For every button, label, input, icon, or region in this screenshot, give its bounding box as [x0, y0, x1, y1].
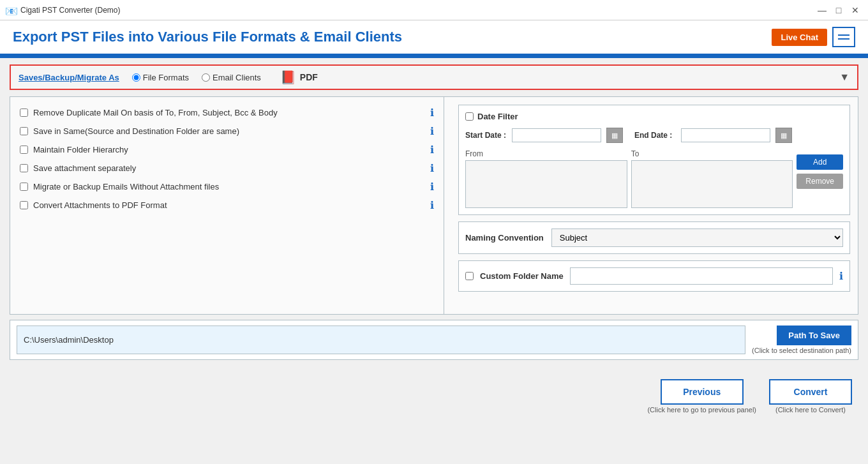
custom-folder-label: Custom Folder Name: [480, 271, 564, 281]
naming-convention-section: Naming Convention Subject Date From To: [458, 221, 850, 254]
date-filter-header: Date Filter: [465, 112, 843, 121]
start-date-calendar-button[interactable]: ▦: [606, 128, 623, 143]
menu-line: [838, 34, 849, 36]
folder-hierarchy-label: Maintain Folder Hierarchy: [33, 145, 425, 154]
two-column-layout: Remove Duplicate Mail On basis of To, Fr…: [10, 96, 858, 315]
path-save-column: Path To Save (Click to select destinatio…: [752, 326, 851, 354]
duplicate-mail-checkbox[interactable]: [20, 109, 28, 117]
live-chat-button[interactable]: Live Chat: [772, 29, 827, 46]
date-row: Start Date : ▦ End Date : ▦: [465, 128, 843, 143]
from-column: From: [465, 149, 627, 208]
maximize-button[interactable]: □: [831, 4, 846, 17]
remove-button[interactable]: Remove: [797, 174, 843, 189]
custom-folder-section: Custom Folder Name ℹ: [458, 260, 850, 292]
custom-folder-checkbox[interactable]: [465, 272, 474, 280]
convert-button[interactable]: Convert: [769, 379, 852, 405]
info-icon-4[interactable]: ℹ: [430, 162, 434, 174]
header-actions: Live Chat: [772, 27, 855, 47]
format-dropdown-container: 📕 PDF PST MSG EML ▼: [280, 70, 849, 85]
convert-attachments-label: Convert Attachments to PDF Format: [33, 200, 425, 210]
from-to-wrapper: From To Add Remove: [465, 149, 843, 208]
convert-btn-group: Convert (Click here to Convert): [769, 379, 852, 414]
duplicate-mail-label: Remove Duplicate Mail On basis of To, Fr…: [33, 108, 425, 117]
naming-convention-select[interactable]: Subject Date From To: [551, 228, 843, 247]
title-bar: 📧 Cigati PST Converter (Demo) — □ ✕: [0, 0, 868, 20]
end-date-label: End Date :: [634, 131, 676, 140]
format-select[interactable]: PDF PST MSG EML: [300, 72, 839, 82]
add-button[interactable]: Add: [797, 154, 843, 170]
convert-button-hint: (Click here to Convert): [775, 406, 846, 414]
radio-group: File Formats Email Clients: [132, 73, 261, 82]
path-to-save-button[interactable]: Path To Save: [777, 326, 851, 345]
page-title: Export PST Files into Various File Forma…: [13, 29, 402, 45]
date-filter-section: Date Filter Start Date : ▦ End Date : ▦ …: [458, 105, 850, 215]
add-remove-column: Add Remove: [797, 149, 843, 208]
date-filter-checkbox[interactable]: [465, 112, 474, 121]
folder-hierarchy-checkbox[interactable]: [20, 146, 28, 154]
info-icon-1[interactable]: ℹ: [430, 107, 434, 119]
option-row-1: Remove Duplicate Mail On basis of To, Fr…: [20, 107, 434, 119]
to-label: To: [631, 149, 793, 158]
header: Export PST Files into Various File Forma…: [0, 20, 868, 56]
left-panel: Remove Duplicate Mail On basis of To, Fr…: [10, 97, 444, 314]
email-clients-input[interactable]: [202, 73, 210, 82]
path-save-hint: (Click to select destination path): [752, 347, 851, 354]
menu-line: [838, 38, 849, 40]
format-selector-label: Saves/Backup/Migrate As: [19, 73, 119, 82]
chevron-down-icon: ▼: [839, 71, 849, 83]
minimize-button[interactable]: —: [814, 4, 830, 17]
main-content: Saves/Backup/Migrate As File Formats Ema…: [0, 58, 868, 420]
migrate-backup-checkbox[interactable]: [20, 183, 28, 191]
end-date-input[interactable]: [681, 128, 770, 142]
file-formats-input[interactable]: [132, 73, 140, 82]
date-filter-label: Date Filter: [477, 112, 518, 121]
option-row-3: Maintain Folder Hierarchy ℹ: [20, 144, 434, 156]
bottom-buttons-area: Previous (Click here to go to previous p…: [10, 379, 858, 414]
path-display: C:\Users\admin\Desktop: [17, 326, 745, 354]
info-icon-3[interactable]: ℹ: [430, 144, 434, 156]
previous-button[interactable]: Previous: [661, 379, 744, 405]
custom-folder-input[interactable]: [570, 267, 833, 285]
convert-attachments-checkbox[interactable]: [20, 201, 28, 209]
from-label: From: [465, 149, 627, 158]
app-icon: 📧: [5, 5, 15, 15]
title-bar-text: Cigati PST Converter (Demo): [20, 6, 121, 15]
email-clients-label: Email Clients: [213, 73, 261, 82]
from-field: [465, 160, 627, 208]
format-selector: Saves/Backup/Migrate As File Formats Ema…: [10, 64, 858, 90]
info-icon-2[interactable]: ℹ: [430, 125, 434, 137]
window-controls: — □ ✕: [814, 4, 863, 17]
start-date-label: Start Date :: [465, 131, 507, 140]
file-formats-radio[interactable]: File Formats: [132, 73, 189, 82]
option-row-5: Migrate or Backup Emails Without Attachm…: [20, 181, 434, 193]
migrate-backup-label: Migrate or Backup Emails Without Attachm…: [33, 182, 425, 191]
close-button[interactable]: ✕: [848, 4, 863, 17]
save-attachment-checkbox[interactable]: [20, 164, 28, 172]
naming-convention-label: Naming Convention: [465, 233, 544, 243]
save-same-checkbox[interactable]: [20, 127, 28, 135]
save-same-label: Save in Same(Source and Destination Fold…: [33, 126, 425, 136]
option-row-2: Save in Same(Source and Destination Fold…: [20, 125, 434, 137]
start-date-input[interactable]: [512, 128, 601, 142]
previous-btn-group: Previous (Click here to go to previous p…: [647, 379, 756, 414]
file-formats-label: File Formats: [143, 73, 189, 82]
to-column: To: [631, 149, 793, 208]
to-field: [631, 160, 793, 208]
info-icon-5[interactable]: ℹ: [430, 181, 434, 193]
right-panel: Date Filter Start Date : ▦ End Date : ▦ …: [451, 97, 858, 314]
end-date-calendar-button[interactable]: ▦: [775, 128, 792, 143]
path-save-area: C:\Users\admin\Desktop Path To Save (Cli…: [10, 320, 858, 360]
option-row-4: Save attachment separately ℹ: [20, 162, 434, 174]
pdf-icon: 📕: [280, 70, 296, 85]
custom-folder-info-icon[interactable]: ℹ: [839, 270, 843, 282]
previous-button-hint: (Click here to go to previous panel): [647, 406, 756, 414]
menu-button[interactable]: [832, 27, 855, 47]
email-clients-radio[interactable]: Email Clients: [202, 73, 261, 82]
info-icon-6[interactable]: ℹ: [430, 199, 434, 211]
save-attachment-label: Save attachment separately: [33, 163, 425, 173]
option-row-6: Convert Attachments to PDF Format ℹ: [20, 199, 434, 211]
